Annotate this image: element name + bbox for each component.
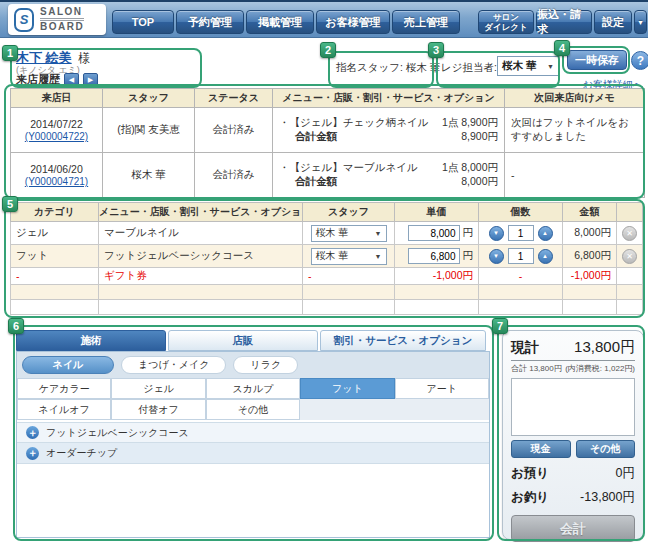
delete-row-button[interactable]: ✕ xyxy=(622,249,637,264)
empty-cell xyxy=(563,285,617,300)
unit-price-input[interactable] xyxy=(408,248,460,264)
menu-item-label: オーダーチップ xyxy=(46,446,117,460)
order-cell-delete: ✕ xyxy=(617,245,643,268)
nominated-staff: 指名スタッフ: 桜木 華 xyxy=(336,61,440,75)
empty-cell xyxy=(303,300,395,315)
category-art[interactable]: アート xyxy=(395,378,489,399)
change-value: -13,800円 xyxy=(580,489,635,506)
history-cell-date: 2014/06/20 (Y000004721) xyxy=(11,153,103,198)
qty-increase-button[interactable]: ▲ xyxy=(538,226,553,241)
category-sculpt[interactable]: スカルプ xyxy=(206,378,300,399)
menu-item-foot-gel-basic[interactable]: ＋ フットジェルベーシックコース xyxy=(17,422,489,443)
menu-item-order-chip[interactable]: ＋ オーダーチップ xyxy=(17,443,489,464)
category-other[interactable]: その他 xyxy=(206,399,300,420)
menu-qty-price: 1点 8,900円 xyxy=(442,116,498,130)
category-care-color[interactable]: ケアカラー xyxy=(17,378,111,399)
qty-decrease-button[interactable]: ▼ xyxy=(489,226,504,241)
register-staff-select[interactable]: 桜木 華 ▼ xyxy=(497,56,559,76)
tab-treatment[interactable]: 施術 xyxy=(16,330,166,351)
qty-decrease-button[interactable]: ▼ xyxy=(489,249,504,264)
menu-selection-panel: 施術 店販 割引・サービス・オプション ネイル まつげ・メイク リラク ケアカラ… xyxy=(16,330,490,538)
nav-tab-customers[interactable]: お客様管理 xyxy=(316,10,390,34)
empty-cell xyxy=(303,285,395,300)
staff-select[interactable]: 桜木 華 ▼ xyxy=(311,225,387,242)
current-total-value: 13,800円 xyxy=(574,338,635,357)
triangle-up-icon: ▲ xyxy=(542,230,548,236)
genre-pill-strip: ネイル まつげ・メイク リラク xyxy=(17,352,489,378)
history-col-visit-date: 来店日 xyxy=(11,89,103,108)
order-cell-staff: 桜木 華 ▼ xyxy=(303,222,395,245)
order-cell-unit-price: 円 xyxy=(395,245,479,268)
history-row: 2014/07/22 (Y000004722) (指)関 友美恵 会計済み ・【… xyxy=(11,108,645,153)
divider xyxy=(511,360,635,361)
order-cell-menu: ギフト券 xyxy=(99,268,303,285)
customer-name-link[interactable]: 木下 絵美 xyxy=(16,50,72,65)
order-col-menu: メニュー・店販・割引・サービス・オプション xyxy=(99,203,303,222)
reservation-id-link[interactable]: (Y000004722) xyxy=(25,131,88,142)
triangle-down-icon: ▼ xyxy=(493,253,499,259)
yen-unit-label: 円 xyxy=(463,249,474,263)
tab-retail[interactable]: 店販 xyxy=(168,330,318,351)
category-gel[interactable]: ジェル xyxy=(111,378,205,399)
history-prev-button[interactable]: ◀ xyxy=(64,73,79,86)
triangle-down-icon: ▼ xyxy=(493,230,499,236)
nav-tab-salon-direct[interactable]: サロン ダイレクト xyxy=(478,10,534,34)
pill-eyelash-makeup[interactable]: まつげ・メイク xyxy=(121,356,226,374)
delete-row-button[interactable]: ✕ xyxy=(622,226,637,241)
chevron-down-icon: ▼ xyxy=(375,253,382,260)
category-foot[interactable]: フット xyxy=(300,378,394,399)
unit-price-input[interactable] xyxy=(408,225,460,241)
history-next-button[interactable]: ▶ xyxy=(83,73,98,86)
nav-tab-top[interactable]: TOP xyxy=(112,10,174,34)
cash-button[interactable]: 現金 xyxy=(511,440,571,458)
total-amount-label: 合計金額 xyxy=(295,130,337,144)
quantity-input[interactable] xyxy=(508,248,534,264)
pill-nail[interactable]: ネイル xyxy=(22,356,114,374)
total-amount-value: 8,000円 xyxy=(461,175,498,189)
order-cell-category: フット xyxy=(11,245,99,268)
help-button[interactable]: ? xyxy=(631,51,648,70)
history-cell-status: 会計済み xyxy=(195,153,273,198)
empty-cell xyxy=(395,300,479,315)
staff-select[interactable]: 桜木 華 ▼ xyxy=(311,248,387,265)
nav-tab-sales[interactable]: 売上管理 xyxy=(392,10,460,34)
empty-cell xyxy=(479,285,563,300)
total-amount-label: 合計金額 xyxy=(295,175,337,189)
category-nail-off[interactable]: ネイルオフ xyxy=(17,399,111,420)
empty-cell xyxy=(479,300,563,315)
logo-text-board: BOARD xyxy=(40,21,84,34)
order-cell-amount: 8,000円 xyxy=(563,222,617,245)
history-header-row: 来店日 スタッフ ステータス メニュー・店販・割引・サービス・オプション 次回来… xyxy=(11,89,645,108)
reservation-id-link[interactable]: (Y000004721) xyxy=(25,176,88,187)
order-cell-amount: -1,000円 xyxy=(563,268,617,285)
tab-discount-service-option[interactable]: 割引・サービス・オプション xyxy=(320,330,486,351)
salon-board-logo[interactable]: S SALON BOARD xyxy=(8,4,106,35)
nav-tab-transfer-billing[interactable]: 振込・請求 xyxy=(536,10,592,34)
checkout-button[interactable]: 会計 xyxy=(511,515,635,542)
nav-tab-listing[interactable]: 掲載管理 xyxy=(246,10,314,34)
nav-tab-settings[interactable]: 設定 xyxy=(594,10,632,34)
payment-method-list xyxy=(511,378,635,436)
annotation-badge-3: 3 xyxy=(428,42,444,58)
nominated-staff-label: 指名スタッフ: xyxy=(336,61,403,73)
nav-tab-reservation[interactable]: 予約管理 xyxy=(176,10,244,34)
history-cell-memo: - xyxy=(505,153,645,198)
order-cell-amount: 6,800円 xyxy=(563,245,617,268)
menu-item-name: ・【ジェル】マーブルネイル xyxy=(279,161,418,175)
qty-increase-button[interactable]: ▲ xyxy=(538,249,553,264)
category-replace-off[interactable]: 付替オフ xyxy=(111,399,205,420)
nav-more-button[interactable]: ▼ xyxy=(634,10,647,34)
order-cell-quantity: - xyxy=(479,268,563,285)
temporary-save-button[interactable]: 一時保存 xyxy=(567,50,627,70)
order-col-unit-price: 単価 xyxy=(395,203,479,222)
history-col-status: ステータス xyxy=(195,89,273,108)
history-cell-status: 会計済み xyxy=(195,108,273,153)
quantity-input[interactable] xyxy=(508,225,534,241)
history-cell-staff: (指)関 友美恵 xyxy=(103,108,195,153)
chevron-down-icon: ▼ xyxy=(375,230,382,237)
order-cell-category: ジェル xyxy=(11,222,99,245)
other-payment-button[interactable]: その他 xyxy=(576,440,636,458)
grand-total-text: 合計 13,800円 xyxy=(511,363,562,374)
pill-relaxation[interactable]: リラク xyxy=(233,356,298,374)
menu-qty-price: 1点 8,000円 xyxy=(442,161,498,175)
